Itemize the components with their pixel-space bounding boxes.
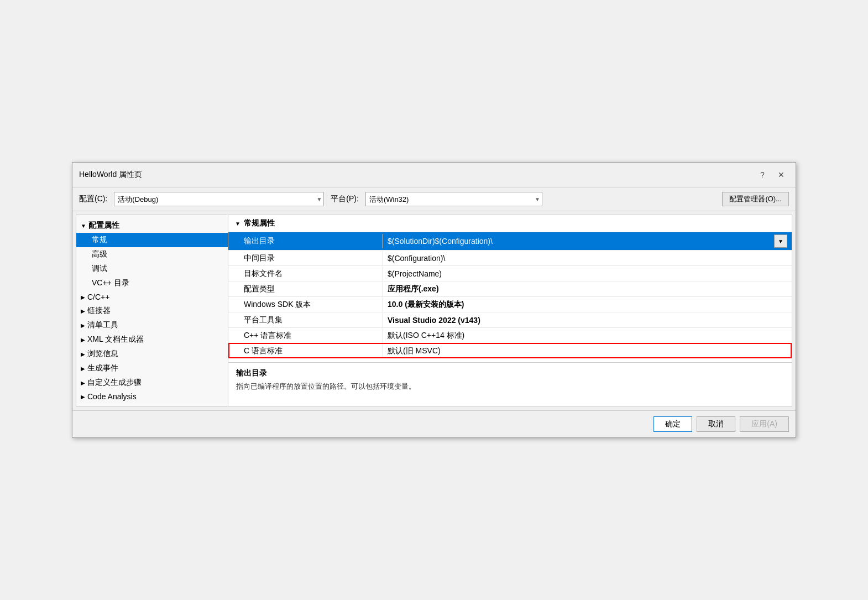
prop-name-platform-toolset: 平台工具集 (228, 313, 383, 327)
prop-row-intermediate-dir[interactable]: 中间目录 $(Configuration)\ (228, 250, 792, 265)
code-analysis-arrow-icon: ▶ (81, 394, 85, 400)
output-dir-dropdown-btn[interactable]: ▼ (774, 234, 787, 248)
prop-value-output-dir: $(SolutionDir)$(Configuration)\ ▼ (383, 232, 792, 250)
sidebar: ▼ 配置属性 常规 高级 调试 VC++ 目录 ▶ C/C++ ▶ 链接器 (76, 215, 228, 406)
xml-arrow-icon: ▶ (81, 337, 85, 343)
sidebar-item-c-cpp[interactable]: ▶ C/C++ (76, 290, 228, 304)
properties-dialog: HelloWorld 属性页 ? ✕ 配置(C): 活动(Debug) ▼ 平台… (72, 162, 796, 438)
sidebar-item-manifest-tool[interactable]: ▶ 清单工具 (76, 318, 228, 332)
browse-arrow-icon: ▶ (81, 351, 85, 357)
content-area: ▼ 配置属性 常规 高级 调试 VC++ 目录 ▶ C/C++ ▶ 链接器 (76, 215, 792, 407)
sidebar-item-general[interactable]: 常规 (76, 233, 228, 247)
sidebar-item-browse-label: 浏览信息 (87, 349, 118, 359)
prop-value-intermediate-dir: $(Configuration)\ (383, 252, 792, 265)
manifest-arrow-icon: ▶ (81, 322, 85, 328)
prop-value-target-name: $(ProjectName) (383, 267, 792, 280)
description-area: 输出目录 指向已编译程序的放置位置的路径。可以包括环境变量。 (228, 362, 792, 406)
sidebar-item-custom-build[interactable]: ▶ 自定义生成步骤 (76, 375, 228, 390)
prop-row-windows-sdk[interactable]: Windows SDK 版本 10.0 (最新安装的版本) (228, 296, 792, 312)
title-bar: HelloWorld 属性页 ? ✕ (72, 163, 796, 187)
c-cpp-arrow-icon: ▶ (81, 294, 85, 300)
help-button[interactable]: ? (755, 167, 770, 182)
prop-value-config-type: 应用程序(.exe) (383, 282, 792, 296)
cancel-button[interactable]: 取消 (697, 416, 735, 432)
title-bar-controls: ? ✕ (755, 167, 789, 182)
sidebar-root-header[interactable]: ▼ 配置属性 (76, 218, 228, 233)
sidebar-item-vc-dirs-label: VC++ 目录 (92, 278, 129, 287)
config-manager-button[interactable]: 配置管理器(O)... (722, 192, 789, 206)
sidebar-item-custom-build-label: 自定义生成步骤 (87, 378, 142, 388)
prop-row-output-dir[interactable]: 输出目录 $(SolutionDir)$(Configuration)\ ▼ (228, 232, 792, 250)
prop-value-c-lang-std: 默认(旧 MSVC) (383, 344, 792, 358)
prop-row-config-type[interactable]: 配置类型 应用程序(.exe) (228, 281, 792, 296)
platform-select-wrap[interactable]: 活动(Win32) ▼ (365, 192, 542, 206)
build-events-arrow-icon: ▶ (81, 366, 85, 372)
prop-row-cpp-lang-std[interactable]: C++ 语言标准 默认(ISO C++14 标准) (228, 327, 792, 343)
config-select-wrap[interactable]: 活动(Debug) ▼ (114, 192, 324, 206)
config-select[interactable]: 活动(Debug) (114, 192, 324, 206)
sidebar-item-debug-label: 调试 (92, 264, 107, 273)
ok-button[interactable]: 确定 (653, 416, 692, 432)
sidebar-item-build-events-label: 生成事件 (87, 363, 118, 373)
sidebar-item-advanced-label: 高级 (92, 249, 107, 258)
sidebar-item-general-label: 常规 (92, 235, 107, 244)
sidebar-item-code-analysis-label: Code Analysis (87, 392, 137, 401)
prop-value-windows-sdk: 10.0 (最新安装的版本) (383, 298, 792, 312)
platform-select[interactable]: 活动(Win32) (365, 192, 542, 206)
properties-table: ▼ 常规属性 输出目录 $(SolutionDir)$(Configuratio… (228, 215, 792, 362)
apply-button[interactable]: 应用(A) (740, 416, 789, 432)
prop-section-header[interactable]: ▼ 常规属性 (228, 215, 792, 232)
section-arrow-icon: ▼ (235, 221, 240, 227)
sidebar-item-manifest-label: 清单工具 (87, 320, 118, 330)
prop-row-c-lang-std[interactable]: C 语言标准 默认(旧 MSVC) (228, 343, 792, 358)
sidebar-item-c-cpp-label: C/C++ (87, 293, 109, 301)
prop-name-cpp-lang-std: C++ 语言标准 (228, 328, 383, 343)
prop-section-label: 常规属性 (244, 218, 275, 228)
main-panel: ▼ 常规属性 输出目录 $(SolutionDir)$(Configuratio… (228, 215, 792, 406)
description-text: 指向已编译程序的放置位置的路径。可以包括环境变量。 (236, 382, 784, 392)
linker-arrow-icon: ▶ (81, 308, 85, 314)
sidebar-item-build-events[interactable]: ▶ 生成事件 (76, 361, 228, 375)
sidebar-item-code-analysis[interactable]: ▶ Code Analysis (76, 390, 228, 403)
prop-row-platform-toolset[interactable]: 平台工具集 Visual Studio 2022 (v143) (228, 312, 792, 327)
root-arrow-icon: ▼ (81, 223, 86, 229)
sidebar-item-debug[interactable]: 调试 (76, 262, 228, 276)
prop-value-cpp-lang-std: 默认(ISO C++14 标准) (383, 328, 792, 343)
platform-label: 平台(P): (331, 194, 359, 204)
prop-name-target-name: 目标文件名 (228, 267, 383, 281)
sidebar-item-xml-gen[interactable]: ▶ XML 文档生成器 (76, 332, 228, 347)
sidebar-item-vc-dirs[interactable]: VC++ 目录 (76, 276, 228, 290)
prop-name-c-lang-std: C 语言标准 (228, 344, 383, 358)
prop-name-windows-sdk: Windows SDK 版本 (228, 298, 383, 312)
sidebar-item-advanced[interactable]: 高级 (76, 247, 228, 262)
close-button[interactable]: ✕ (773, 167, 789, 182)
dialog-title: HelloWorld 属性页 (79, 170, 142, 180)
config-label: 配置(C): (79, 194, 107, 204)
prop-name-output-dir: 输出目录 (228, 234, 383, 248)
sidebar-item-linker[interactable]: ▶ 链接器 (76, 304, 228, 318)
prop-name-config-type: 配置类型 (228, 282, 383, 296)
prop-name-intermediate-dir: 中间目录 (228, 251, 383, 265)
custom-build-arrow-icon: ▶ (81, 380, 85, 386)
description-title: 输出目录 (236, 368, 784, 378)
sidebar-root-label: 配置属性 (88, 221, 119, 231)
sidebar-item-xml-label: XML 文档生成器 (87, 335, 144, 345)
toolbar: 配置(C): 活动(Debug) ▼ 平台(P): 活动(Win32) ▼ 配置… (72, 187, 796, 211)
bottom-bar: 确定 取消 应用(A) (72, 410, 796, 437)
prop-row-target-name[interactable]: 目标文件名 $(ProjectName) (228, 265, 792, 281)
sidebar-item-browse[interactable]: ▶ 浏览信息 (76, 347, 228, 361)
prop-value-platform-toolset: Visual Studio 2022 (v143) (383, 314, 792, 327)
sidebar-item-linker-label: 链接器 (87, 306, 111, 316)
